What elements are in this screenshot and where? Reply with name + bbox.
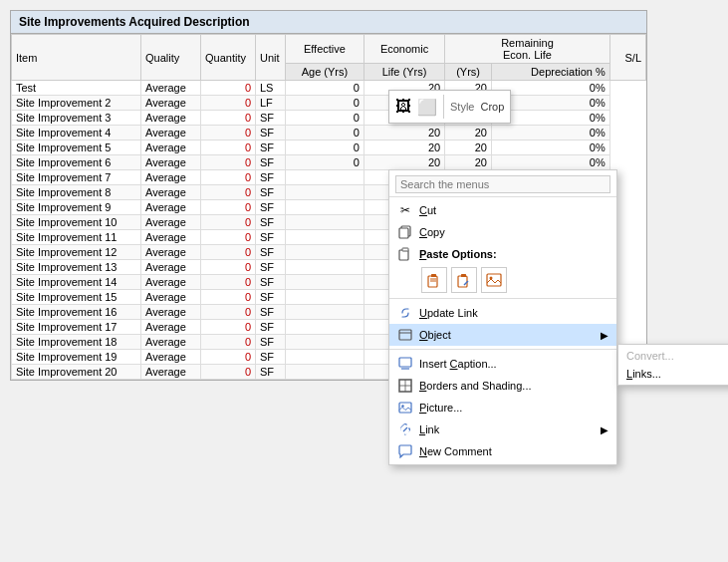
menu-item-insert-caption[interactable]: Insert Caption... <box>389 353 616 375</box>
table-cell: SF <box>256 260 286 275</box>
link-icon <box>397 422 413 437</box>
paste-icon-1[interactable] <box>421 267 447 293</box>
table-cell: SF <box>256 230 286 245</box>
table-cell: 0 <box>201 350 256 365</box>
table-cell: Site Improvement 7 <box>12 170 141 185</box>
table-cell: Average <box>141 155 201 170</box>
picture-icon <box>397 400 413 416</box>
menu-item-picture[interactable]: Picture... <box>389 397 616 419</box>
menu-item-copy[interactable]: Copy <box>389 221 616 243</box>
table-cell: SF <box>256 335 286 350</box>
menu-item-cut[interactable]: ✂ Cut <box>389 199 616 221</box>
table-cell: Average <box>141 245 201 260</box>
table-cell: 0 <box>201 290 256 305</box>
table-cell: Average <box>141 170 201 185</box>
table-cell <box>286 275 364 290</box>
table-cell: Average <box>141 290 201 305</box>
cut-icon: ✂ <box>397 202 413 218</box>
table-cell: Site Improvement 2 <box>12 96 141 111</box>
new-comment-label: New Comment <box>419 445 608 457</box>
table-row: Site Improvement 5Average0SF020200% <box>12 140 646 155</box>
table-cell: Average <box>141 81 201 96</box>
table-cell: 0% <box>491 126 609 140</box>
table-cell: Site Improvement 20 <box>12 365 141 380</box>
paste-header-icon <box>397 246 413 262</box>
table-cell: Site Improvement 18 <box>12 335 141 350</box>
update-link-icon <box>397 305 413 321</box>
crop-toolbar: 🖼 ⬜ Style Crop <box>388 90 511 124</box>
table-cell: 0 <box>286 140 364 155</box>
table-cell: Average <box>141 126 201 140</box>
table-cell <box>286 365 364 380</box>
table-cell: Average <box>141 365 201 380</box>
new-comment-icon <box>397 443 413 459</box>
table-cell: 0 <box>201 126 256 140</box>
menu-item-link[interactable]: Link ▶ <box>389 419 616 440</box>
table-title: Site Improvements Acquired Description <box>11 11 646 34</box>
table-cell: Average <box>141 260 201 275</box>
table-cell: Site Improvement 16 <box>12 305 141 320</box>
table-cell: 20 <box>445 155 492 170</box>
table-cell: LS <box>256 81 286 96</box>
table-cell: Site Improvement 9 <box>12 200 141 215</box>
crop-label[interactable]: Crop <box>480 101 504 113</box>
table-cell: SF <box>256 305 286 320</box>
table-cell: 0% <box>491 140 609 155</box>
table-cell <box>286 335 364 350</box>
table-cell: Test <box>12 81 141 96</box>
table-cell <box>286 185 364 200</box>
table-cell: Average <box>141 185 201 200</box>
link-label: Link <box>419 423 595 435</box>
table-cell: SF <box>256 320 286 335</box>
table-cell: SF <box>256 290 286 305</box>
paste-icon-3[interactable] <box>481 267 507 293</box>
col-depreciation: Depreciation % <box>491 64 609 81</box>
table-cell: Site Improvement 19 <box>12 350 141 365</box>
table-cell: SF <box>256 140 286 155</box>
menu-item-borders[interactable]: Borders and Shading... <box>389 375 616 397</box>
table-cell: 0 <box>201 305 256 320</box>
table-cell: 0 <box>201 200 256 215</box>
table-cell: Average <box>141 320 201 335</box>
copy-icon <box>397 224 413 240</box>
table-cell: 20 <box>364 126 444 140</box>
table-cell: Site Improvement 8 <box>12 185 141 200</box>
menu-item-new-comment[interactable]: New Comment <box>389 440 616 462</box>
table-cell <box>286 320 364 335</box>
table-cell: SF <box>256 170 286 185</box>
submenu-item-links[interactable]: Links... <box>618 365 728 383</box>
svg-rect-19 <box>399 403 411 413</box>
table-cell: 0 <box>201 260 256 275</box>
table-cell: 0 <box>201 335 256 350</box>
table-cell: Average <box>141 350 201 365</box>
table-cell: 0 <box>201 245 256 260</box>
table-cell: 0 <box>201 155 256 170</box>
table-cell: 20 <box>364 155 444 170</box>
table-cell: Site Improvement 12 <box>12 245 141 260</box>
table-row: Site Improvement 6Average0SF020200% <box>12 155 646 170</box>
menu-item-update-link[interactable]: Update Link <box>389 302 616 324</box>
table-cell <box>286 350 364 365</box>
table-cell: 20 <box>364 140 444 155</box>
paste-icon-2[interactable] <box>451 267 477 293</box>
style-label: Style <box>450 101 474 113</box>
table-cell <box>286 170 364 185</box>
table-cell: 0 <box>201 111 256 126</box>
table-cell: 0 <box>286 155 364 170</box>
search-input[interactable] <box>395 175 610 193</box>
table-cell: Average <box>141 335 201 350</box>
crop-icon[interactable]: ⬜ <box>417 98 437 117</box>
header-row-1: Item Quality Quantity Unit Effective Eco… <box>12 35 646 64</box>
table-cell: Site Improvement 13 <box>12 260 141 275</box>
col-quantity: Quantity <box>201 35 256 81</box>
paste-icons-row <box>389 265 616 295</box>
menu-item-object[interactable]: Object ▶ <box>389 324 616 346</box>
col-rem-yrs: (Yrs) <box>445 64 492 81</box>
table-cell <box>286 215 364 230</box>
table-cell: 0 <box>201 96 256 111</box>
convert-label: Convert... <box>626 350 728 362</box>
col-item: Item <box>12 35 141 81</box>
table-cell: 0 <box>201 170 256 185</box>
svg-rect-1 <box>399 228 408 238</box>
table-cell: SF <box>256 126 286 140</box>
